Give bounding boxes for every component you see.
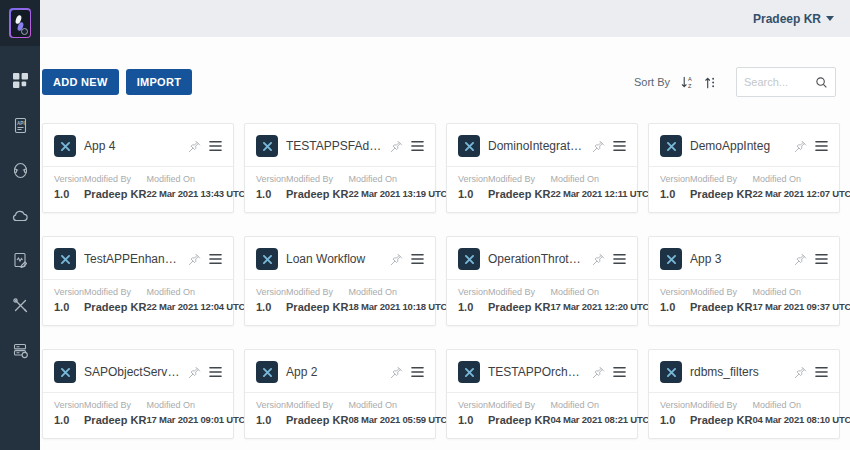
version-label: Version [256,287,286,297]
card-menu-icon[interactable] [209,366,222,378]
modified-by-label: Modified By [286,174,348,184]
pin-icon[interactable] [794,140,807,153]
search-input[interactable] [744,76,814,88]
sidebar-item-support[interactable] [0,148,40,193]
modified-on-label: Modified On [348,400,447,410]
add-new-button[interactable]: ADD NEW [42,69,119,95]
sort-order-icon[interactable] [703,75,718,90]
app-card-title: DemoAppInteg [690,139,786,153]
app-card-title: OperationThrottlingE2E [488,252,584,266]
search-icon [815,76,828,89]
sidebar-item-contracts[interactable] [0,238,40,283]
app-card[interactable]: DemoAppInteg Version 1.0 Modified By Pra… [648,123,840,213]
modified-by-label: Modified By [488,174,550,184]
import-button[interactable]: IMPORT [126,69,193,95]
pin-icon[interactable] [188,366,201,379]
app-card[interactable]: rdbms_filters Version 1.0 Modified By Pr… [648,349,840,439]
card-menu-icon[interactable] [815,140,828,152]
card-menu-icon[interactable] [613,253,626,265]
pin-icon[interactable] [188,140,201,153]
modified-on-label: Modified On [146,400,245,410]
app-card[interactable]: Loan Workflow Version 1.0 Modified By Pr… [244,236,436,326]
pin-icon[interactable] [390,140,403,153]
app-tools-icon [54,248,76,270]
pin-icon[interactable] [188,253,201,266]
modified-on-value: 04 Mar 2021 08:10 UTC [752,414,850,425]
app-card-title: App 2 [286,365,382,379]
app-card[interactable]: App 4 Version 1.0 Modified By Pradeep KR… [42,123,234,213]
sort-alphabetical-icon[interactable]: AZ [680,75,695,90]
version-value: 1.0 [256,414,286,426]
app-card-title: TESTAPPOrchestrationOverObject... [488,365,584,379]
modified-by-label: Modified By [488,400,550,410]
sidebar-item-api[interactable]: API [0,103,40,148]
modified-by-value: Pradeep KR [488,414,550,426]
modified-by-value: Pradeep KR [84,301,146,313]
app-card[interactable]: TestAPPEnhancedIdentityIntegration Versi… [42,236,234,326]
version-value: 1.0 [660,301,690,313]
app-tools-icon [256,361,278,383]
apps-grid-icon [12,72,29,89]
pin-icon[interactable] [592,253,605,266]
card-menu-icon[interactable] [613,140,626,152]
modified-on-value: 22 Mar 2021 12:07 UTC [752,188,850,199]
version-label: Version [256,400,286,410]
pin-icon[interactable] [592,366,605,379]
app-card[interactable]: App 2 Version 1.0 Modified By Pradeep KR… [244,349,436,439]
app-tools-icon [660,135,682,157]
pin-icon[interactable] [794,253,807,266]
modified-on-label: Modified On [550,400,649,410]
app-tools-icon [660,248,682,270]
sidebar-item-apps[interactable] [0,58,40,103]
modified-by-value: Pradeep KR [690,414,752,426]
modified-on-value: 04 Mar 2021 08:21 UTC [550,414,649,425]
pin-icon[interactable] [390,253,403,266]
app-card[interactable]: App 3 Version 1.0 Modified By Pradeep KR… [648,236,840,326]
app-card-title: App 4 [84,139,180,153]
modified-by-value: Pradeep KR [286,188,348,200]
app-card[interactable]: SAPObjectService Version 1.0 Modified By… [42,349,234,439]
card-menu-icon[interactable] [815,366,828,378]
server-icon [12,342,29,359]
card-menu-icon[interactable] [411,140,424,152]
version-value: 1.0 [256,188,286,200]
pin-icon[interactable] [794,366,807,379]
app-tools-icon [458,361,480,383]
version-label: Version [660,174,690,184]
card-menu-icon[interactable] [411,253,424,265]
app-grid: App 4 Version 1.0 Modified By Pradeep KR… [42,123,850,439]
modified-by-value: Pradeep KR [84,188,146,200]
app-card[interactable]: TESTAPPOrchestrationOverObject... Versio… [446,349,638,439]
app-card[interactable]: DominoIntegration Version 1.0 Modified B… [446,123,638,213]
sidebar-item-cloud[interactable] [0,193,40,238]
pin-icon[interactable] [390,366,403,379]
version-label: Version [458,400,488,410]
modified-on-value: 08 Mar 2021 05:59 UTC [348,414,447,425]
modified-by-value: Pradeep KR [286,301,348,313]
card-menu-icon[interactable] [815,253,828,265]
modified-on-value: 22 Mar 2021 12:04 UTC [146,301,245,312]
card-menu-icon[interactable] [209,253,222,265]
modified-on-value: 17 Mar 2021 12:20 UTC [550,301,649,312]
modified-by-value: Pradeep KR [84,414,146,426]
app-card-title: TESTAPPSFAdapterIntegrationWit... [286,139,382,153]
version-value: 1.0 [458,414,488,426]
sort-by-label: Sort By [634,76,670,88]
main-content: ADD NEW IMPORT Sort By AZ App 4 [40,37,850,450]
app-card-title: TestAPPEnhancedIdentityIntegration [84,252,180,266]
app-logo[interactable] [0,0,40,46]
version-value: 1.0 [660,414,690,426]
card-menu-icon[interactable] [411,366,424,378]
app-card[interactable]: OperationThrottlingE2E Version 1.0 Modif… [446,236,638,326]
pin-icon[interactable] [592,140,605,153]
user-menu[interactable]: Pradeep KR [753,12,834,26]
card-menu-icon[interactable] [613,366,626,378]
sidebar-item-tools[interactable] [0,283,40,328]
version-label: Version [256,174,286,184]
sidebar-item-server[interactable] [0,328,40,373]
card-menu-icon[interactable] [209,140,222,152]
app-card[interactable]: TESTAPPSFAdapterIntegrationWit... Versio… [244,123,436,213]
version-value: 1.0 [54,188,84,200]
modified-by-label: Modified By [286,400,348,410]
modified-by-label: Modified By [690,174,752,184]
